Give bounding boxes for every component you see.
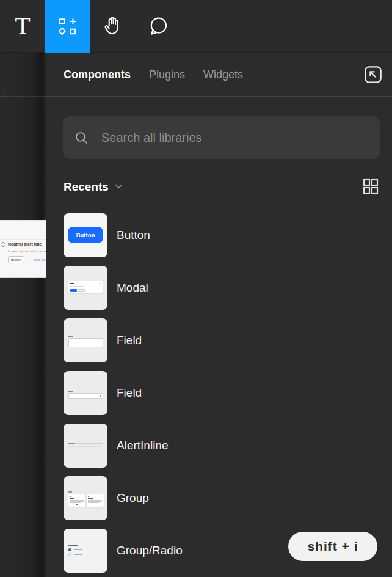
canvas-frame-edge xyxy=(0,96,46,97)
component-list: Button Button Modal Field F xyxy=(46,213,392,573)
canvas-alert-card[interactable]: Neutral alert title Lorem ipsum dolor am… xyxy=(0,220,46,278)
group-radio-thumbnail xyxy=(64,529,107,573)
item-label: Modal xyxy=(117,281,148,295)
grid-view-icon xyxy=(363,178,379,194)
components-icon xyxy=(59,18,77,35)
alert-info-icon xyxy=(1,242,5,247)
item-label: AlertInline xyxy=(117,439,169,452)
list-item-button[interactable]: Button Button xyxy=(64,213,392,257)
tab-widgets[interactable]: Widgets xyxy=(203,69,243,80)
item-label: Group/Radio xyxy=(117,544,183,557)
item-label: Field xyxy=(117,334,142,347)
recents-header: Recents xyxy=(64,178,379,195)
popout-panel-button[interactable] xyxy=(363,64,383,85)
mini-button: Button xyxy=(68,227,103,243)
text-tool-button[interactable]: T xyxy=(0,0,45,53)
item-label: Button xyxy=(117,229,150,242)
hand-icon xyxy=(102,15,124,38)
tab-components[interactable]: Components xyxy=(64,69,131,80)
alert-actions: Button → Link text xyxy=(8,256,46,263)
text-tool-icon: T xyxy=(15,15,31,38)
toolbar: T xyxy=(0,0,392,53)
button-thumbnail: Button xyxy=(64,213,107,257)
shortcut-hint-pill: shift + i xyxy=(288,532,377,561)
popout-arrow-icon xyxy=(364,65,382,84)
modal-thumbnail xyxy=(64,266,107,310)
alert-link: → Link text xyxy=(29,258,46,262)
tab-plugins[interactable]: Plugins xyxy=(149,69,185,80)
alertinline-thumbnail xyxy=(64,424,107,468)
list-item-modal[interactable]: Modal xyxy=(64,266,392,310)
canvas-background: Neutral alert title Lorem ipsum dolor am… xyxy=(0,53,46,577)
field-thumbnail xyxy=(64,318,107,362)
field-select-thumbnail xyxy=(64,371,107,415)
chevron-down-icon xyxy=(115,184,123,189)
search-box[interactable] xyxy=(63,116,380,159)
list-item-field[interactable]: Field xyxy=(64,318,392,362)
comment-bubble-icon xyxy=(147,15,169,38)
alert-body: Lorem ipsum dolor amet conse xyxy=(8,249,46,253)
list-item-field-select[interactable]: Field xyxy=(64,371,392,415)
search-icon xyxy=(74,130,89,145)
group-thumbnail xyxy=(64,476,107,520)
component-tool-button[interactable] xyxy=(45,0,90,53)
hand-tool-button[interactable] xyxy=(90,0,136,53)
item-label: Field xyxy=(117,386,142,400)
comment-tool-button[interactable] xyxy=(136,0,181,53)
recents-dropdown[interactable]: Recents xyxy=(64,181,123,193)
alert-button: Button xyxy=(8,256,24,263)
list-item-alertinline[interactable]: AlertInline xyxy=(64,424,392,468)
card-divider xyxy=(0,239,46,240)
grid-view-button[interactable] xyxy=(362,178,379,195)
library-panel: Components Plugins Widgets Recents xyxy=(46,53,392,577)
alert-title: Neutral alert title xyxy=(8,242,42,246)
recents-title: Recents xyxy=(64,181,109,193)
search-input[interactable] xyxy=(101,131,369,145)
item-label: Group xyxy=(117,491,149,505)
list-item-group[interactable]: Group xyxy=(64,476,392,520)
panel-tab-bar: Components Plugins Widgets xyxy=(46,53,392,97)
